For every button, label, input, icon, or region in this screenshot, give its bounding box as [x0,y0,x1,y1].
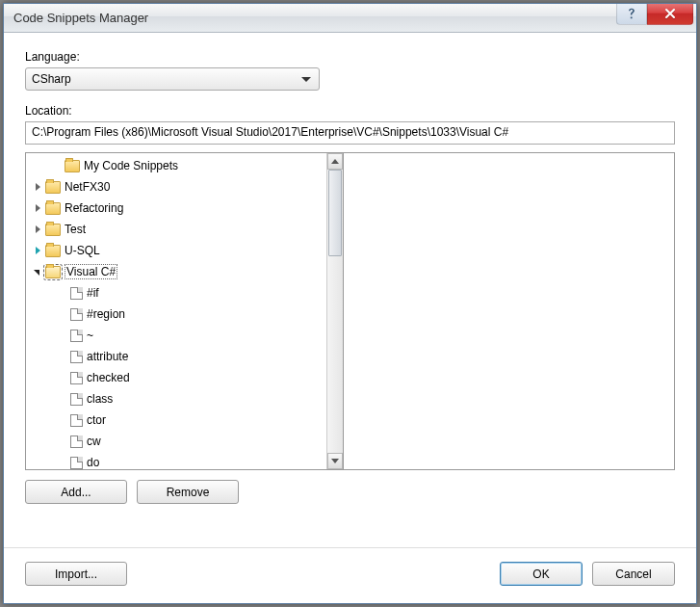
split-panel: My Code Snippets NetFX30 Refactoring [25,152,675,470]
dialog-window: Code Snippets Manager Language: CSharp L… [3,3,697,604]
help-button[interactable] [616,4,647,25]
chevron-down-icon [301,72,311,86]
folder-icon [45,202,61,215]
scrollbar[interactable] [326,153,343,469]
tree-snippet[interactable]: #region [26,304,326,325]
snippet-icon [70,287,83,300]
titlebar-buttons [616,4,696,25]
help-icon [627,8,636,19]
tree-panel: My Code Snippets NetFX30 Refactoring [26,153,344,469]
remove-button-label: Remove [167,486,210,499]
tree-folder[interactable]: U-SQL [26,240,326,261]
tree-snippet-label: do [87,456,99,469]
folder-icon [45,181,61,194]
scroll-up-button[interactable] [327,153,343,170]
chevron-down-icon [331,459,339,463]
tree-snippet[interactable]: ctor [26,409,326,431]
ok-button-label: OK [532,567,549,581]
cancel-button[interactable]: Cancel [592,562,675,586]
tree-folder-label: Refactoring [65,201,123,215]
add-button-label: Add... [61,486,91,499]
folder-open-icon [45,266,61,278]
tree-folder[interactable]: Refactoring [26,198,326,219]
tree-folder-label: NetFX30 [65,180,110,194]
tree-snippet[interactable]: #if [26,282,326,304]
folder-icon [65,160,80,172]
snippet-icon [70,372,83,384]
tree-folder-label: Visual C# [65,264,117,279]
snippet-icon [70,308,83,321]
language-label: Language: [25,50,675,64]
dialog-footer: Import... OK Cancel [4,547,696,603]
snippet-icon [70,393,83,406]
snippet-icon [70,330,83,342]
tree-snippet-label: ~ [87,329,93,342]
chevron-up-icon [331,159,339,164]
tree-folder[interactable]: Visual C# [26,261,326,282]
tree-snippet-label: #if [87,286,99,300]
tree-snippet[interactable]: checked [26,367,326,388]
location-value: C:\Program Files (x86)\Microsoft Visual … [32,125,508,139]
tree-snippet[interactable]: ~ [26,325,326,346]
expander-icon[interactable] [32,266,43,277]
titlebar[interactable]: Code Snippets Manager [4,4,696,33]
tree-snippet-label: cw [87,435,101,448]
tree-snippet-label: checked [87,371,130,384]
snippet-tree[interactable]: My Code Snippets NetFX30 Refactoring [26,153,326,469]
import-button[interactable]: Import... [25,562,127,586]
tree-folder[interactable]: NetFX30 [26,176,326,198]
tree-snippet-label: attribute [87,350,128,363]
language-combo[interactable]: CSharp [25,67,320,91]
expander-icon[interactable] [32,224,43,235]
snippet-icon [70,414,83,427]
tree-snippet[interactable]: cw [26,431,326,452]
snippet-icon [70,435,83,448]
scrollbar-thumb[interactable] [328,170,342,256]
remove-button[interactable]: Remove [137,480,239,504]
tree-snippet[interactable]: do [26,452,326,469]
close-icon [664,8,676,19]
window-title: Code Snippets Manager [13,11,616,25]
tree-folder-label: U-SQL [65,244,100,257]
tree-buttons-row: Add... Remove [25,480,675,504]
close-button[interactable] [647,4,693,25]
expander-icon[interactable] [32,181,43,193]
snippet-icon [70,351,83,363]
cancel-button-label: Cancel [615,567,651,581]
dialog-content: Language: CSharp Location: C:\Program Fi… [4,33,696,547]
location-field[interactable]: C:\Program Files (x86)\Microsoft Visual … [25,121,675,145]
expander-icon[interactable] [32,245,43,256]
add-button[interactable]: Add... [25,480,127,504]
tree-folder[interactable]: My Code Snippets [26,155,326,176]
tree-snippet-label: class [87,392,113,406]
tree-snippet[interactable]: attribute [26,346,326,367]
ok-button[interactable]: OK [500,562,583,586]
tree-folder[interactable]: Test [26,219,326,240]
expander-icon[interactable] [32,202,43,214]
snippet-icon [70,457,83,469]
scroll-down-button[interactable] [327,453,343,469]
tree-snippet-label: ctor [87,413,106,427]
scrollbar-track[interactable] [327,170,343,453]
tree-folder-label: Test [65,223,86,236]
preview-panel [344,153,674,469]
tree-folder-label: My Code Snippets [84,159,178,172]
folder-icon [45,224,61,236]
import-button-label: Import... [55,567,97,581]
location-label: Location: [25,104,675,118]
tree-snippet[interactable]: class [26,388,326,409]
folder-icon [45,245,61,257]
language-combo-value: CSharp [32,72,71,86]
tree-snippet-label: #region [87,307,125,321]
